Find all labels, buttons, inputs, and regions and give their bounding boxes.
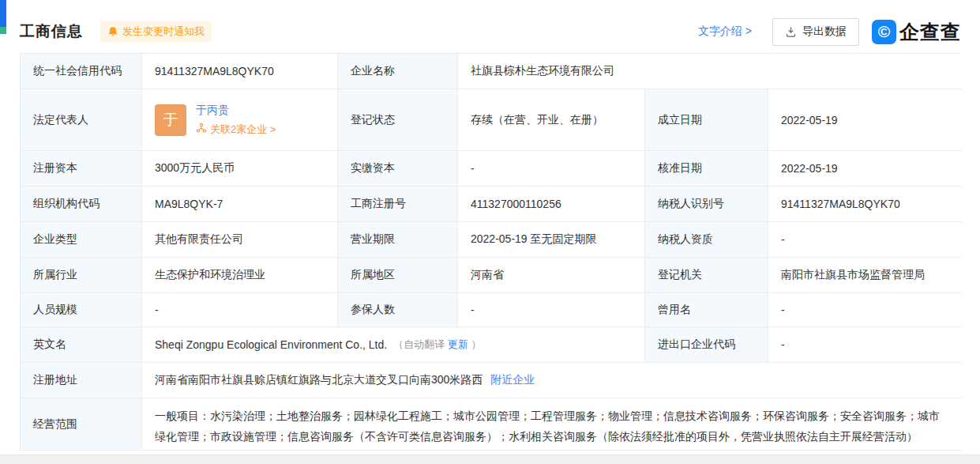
field-value-text: 其他有限责任公司	[155, 232, 243, 247]
qichacha-logo-text: 企查查	[899, 19, 961, 45]
table-row: 注册地址河南省南阳市社旗县赊店镇红旗路与北京大道交叉口向南300米路西附近企业	[21, 363, 960, 398]
field-value: -	[768, 327, 962, 363]
field-value: 2022-05-19 至无固定期限	[458, 222, 645, 258]
field-value-text: 社旗县棕朴生态环境有限公司	[471, 64, 614, 78]
field-label: 企业名称	[338, 54, 458, 89]
info-table: 统一社会信用代码91411327MA9L8QYK70企业名称社旗县棕朴生态环境有…	[20, 53, 961, 451]
field-label: 工商注册号	[338, 187, 458, 222]
english-name-cell: Sheqi Zongpu Ecological Environment Co.,…	[142, 327, 645, 363]
field-value-text: 河南省	[471, 268, 504, 282]
field-value-text: -	[781, 338, 785, 351]
field-label: 营业期限	[338, 222, 458, 258]
field-value-text: 生态保护和环境治理业	[155, 268, 265, 282]
field-value-text: 存续（在营、开业、在册）	[471, 113, 603, 127]
field-label: 所属地区	[338, 258, 458, 293]
field-value-text: 411327000110256	[471, 198, 561, 210]
field-value-text: -	[471, 162, 475, 175]
related-companies-link[interactable]: 关联2家企业 >	[196, 123, 276, 137]
field-label: 企业类型	[21, 222, 142, 258]
field-value: 91411327MA9L8QYK70	[768, 187, 962, 222]
qichacha-logo-icon: ©	[872, 20, 896, 44]
header-actions: 文字介绍 > 导出数据 © 企查查	[698, 18, 961, 46]
download-icon	[785, 26, 797, 38]
table-row: 经营范围一般项目：水污染治理；土地整治服务；园林绿化工程施工；城市公园管理；工程…	[21, 398, 960, 451]
field-label: 组织机构代码	[21, 187, 142, 222]
field-label: 参保人数	[338, 293, 458, 327]
qichacha-logo: © 企查查	[872, 19, 961, 45]
field-label: 注册地址	[21, 363, 142, 398]
field-value-text: 2022-05-19	[781, 114, 838, 126]
field-value-text: MA9L8QYK-7	[155, 198, 223, 210]
field-label: 曾用名	[645, 293, 768, 327]
field-value: 91411327MA9L8QYK70	[142, 54, 338, 89]
field-value-text: 南阳市社旗县市场监督管理局	[781, 268, 925, 282]
page-title: 工商信息	[20, 21, 83, 42]
field-value-text: 3000万元人民币	[155, 161, 235, 175]
field-value-text: -	[155, 304, 159, 316]
english-name-text: Sheqi Zongpu Ecological Environment Co.,…	[155, 338, 387, 351]
address-text: 河南省南阳市社旗县赊店镇红旗路与北京大道交叉口向南300米路西	[155, 373, 482, 387]
notify-badge-label: 发生变更时通知我	[122, 25, 205, 39]
field-value-text: 一般项目：水污染治理；土地整治服务；园林绿化工程施工；城市公园管理；工程管理服务…	[155, 406, 949, 447]
field-value: 其他有限责任公司	[142, 222, 338, 258]
registered-address-cell: 河南省南阳市社旗县赊店镇红旗路与北京大道交叉口向南300米路西附近企业	[142, 363, 962, 398]
field-label: 实缴资本	[338, 151, 458, 187]
field-value: 南阳市社旗县市场监督管理局	[768, 258, 962, 293]
field-value: 生态保护和环境治理业	[142, 258, 338, 293]
text-intro-link[interactable]: 文字介绍 >	[698, 25, 752, 39]
legal-rep-name-link[interactable]: 于丙贵	[196, 104, 276, 118]
field-value: -	[768, 222, 962, 258]
note-suffix: ）	[468, 338, 482, 350]
field-label: 纳税人资质	[645, 222, 768, 258]
org-network-icon	[196, 123, 207, 136]
left-edge-teal-bar	[0, 27, 6, 34]
field-value: -	[768, 293, 962, 327]
field-value-text: -	[471, 304, 475, 316]
field-value: 存续（在营、开业、在册）	[458, 89, 645, 151]
table-row: 企业类型其他有限责任公司营业期限2022-05-19 至无固定期限纳税人资质-	[21, 222, 960, 258]
field-value: MA9L8QYK-7	[142, 187, 338, 222]
legal-rep-cell: 于于丙贵关联2家企业 >	[142, 89, 338, 151]
field-label: 统一社会信用代码	[21, 54, 142, 89]
section-header: 工商信息 发生变更时通知我 文字介绍 > 导出数据 © 企查查	[20, 17, 961, 46]
page-bottom-strip	[0, 455, 980, 464]
table-row: 注册资本3000万元人民币实缴资本-核准日期2022-05-19	[21, 151, 960, 187]
field-value-text: -	[781, 233, 785, 246]
field-value: 411327000110256	[458, 187, 645, 222]
business-info-page: 工商信息 发生变更时通知我 文字介绍 > 导出数据 © 企查查 统一社会信用代码…	[0, 0, 980, 464]
field-value: 社旗县棕朴生态环境有限公司	[458, 54, 962, 89]
table-row: 所属行业生态保护和环境治理业所属地区河南省登记机关南阳市社旗县市场监督管理局	[21, 258, 960, 293]
field-value: 河南省	[458, 258, 645, 293]
field-value: 一般项目：水污染治理；土地整治服务；园林绿化工程施工；城市公园管理；工程管理服务…	[142, 398, 962, 451]
update-translation-link[interactable]: 更新	[448, 338, 468, 350]
field-value-text: 2022-05-19 至无固定期限	[471, 232, 597, 247]
field-value: 3000万元人民币	[142, 151, 338, 187]
field-label: 登记机关	[645, 258, 768, 293]
field-label: 经营范围	[21, 398, 142, 451]
field-value-text: 2022-05-19	[781, 162, 838, 175]
field-label: 成立日期	[645, 89, 768, 151]
bell-icon	[107, 26, 118, 37]
field-label: 英文名	[21, 327, 142, 363]
field-label: 法定代表人	[21, 89, 142, 151]
export-button-label: 导出数据	[802, 25, 847, 39]
field-value: 2022-05-19	[768, 151, 962, 187]
field-label: 进出口企业代码	[645, 327, 768, 363]
table-row: 组织机构代码MA9L8QYK-7工商注册号411327000110256纳税人识…	[21, 187, 960, 222]
notify-on-change-button[interactable]: 发生变更时通知我	[100, 21, 212, 42]
avatar[interactable]: 于	[155, 104, 186, 136]
field-label: 登记状态	[338, 89, 458, 151]
field-value-text: 91411327MA9L8QYK70	[155, 65, 274, 77]
field-label: 核准日期	[645, 151, 768, 187]
table-row: 统一社会信用代码91411327MA9L8QYK70企业名称社旗县棕朴生态环境有…	[21, 54, 960, 89]
export-data-button[interactable]: 导出数据	[772, 18, 859, 46]
field-value: -	[458, 151, 645, 187]
field-label: 所属行业	[21, 258, 142, 293]
field-value: -	[142, 293, 338, 327]
left-edge-blue-bar	[0, 0, 6, 27]
field-value-text: -	[781, 304, 785, 316]
nearby-companies-link[interactable]: 附近企业	[490, 373, 535, 387]
table-row: 人员规模-参保人数-曾用名-	[21, 293, 960, 327]
field-value: -	[458, 293, 645, 327]
related-companies-label: 关联2家企业 >	[210, 123, 276, 137]
